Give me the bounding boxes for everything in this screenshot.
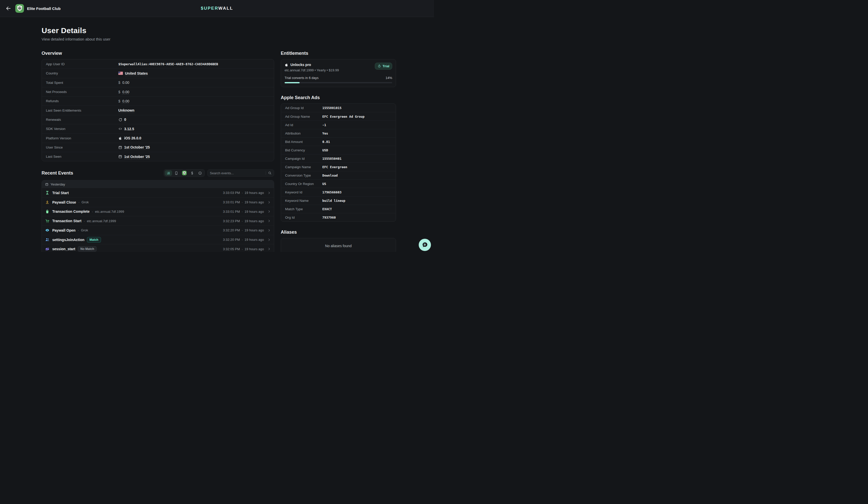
row-value: 1555850401 bbox=[322, 157, 341, 160]
apple-icon bbox=[285, 63, 288, 67]
support-chat-button[interactable] bbox=[419, 239, 431, 251]
row-label: Match Type bbox=[285, 207, 322, 211]
event-badge: No Match bbox=[78, 246, 97, 252]
calendar-icon bbox=[118, 155, 122, 158]
table-row: Ad Id-1 bbox=[281, 120, 396, 129]
table-row: Keyword Id1796566603 bbox=[281, 188, 396, 196]
device-filter-toggle[interactable] bbox=[173, 170, 180, 176]
row-value-text: iOS 26.0.0 bbox=[124, 136, 141, 140]
search-icon[interactable] bbox=[268, 171, 271, 175]
app-title: Elite Football Club bbox=[27, 7, 61, 11]
row-value-text: 1555801015 bbox=[322, 106, 341, 110]
table-row: Country Or RegionUS bbox=[281, 179, 396, 188]
row-label: User Since bbox=[46, 146, 118, 149]
row-value: iOS 26.0.0 bbox=[118, 136, 141, 140]
chevron-right-icon bbox=[267, 247, 271, 251]
row-value: 0.81 bbox=[322, 140, 330, 144]
search-divider bbox=[266, 171, 266, 175]
chevron-right-icon bbox=[267, 238, 271, 242]
table-row: CountryUnited States bbox=[42, 69, 274, 78]
event-time: 3:33:03 PM bbox=[223, 191, 240, 195]
table-row: Campaign Id1555850401 bbox=[281, 154, 396, 162]
event-name: Paywall Close bbox=[52, 200, 76, 204]
events-search-input[interactable] bbox=[210, 171, 264, 175]
event-row[interactable]: settingsJoinActionMatch3:32:20 PM·19 hou… bbox=[42, 235, 274, 244]
trial-badge-label: Trial bbox=[382, 64, 389, 68]
row-label: Keyword Name bbox=[285, 199, 322, 202]
users-icon bbox=[45, 238, 50, 242]
table-row: Keyword Namebuild lineup bbox=[281, 196, 396, 204]
row-value-text: 0.81 bbox=[322, 140, 330, 144]
row-value: $0.00 bbox=[118, 90, 129, 94]
code-icon bbox=[118, 127, 122, 131]
event-subtitle: ·Grok bbox=[78, 200, 89, 204]
chevron-right-icon bbox=[267, 200, 271, 204]
event-row[interactable]: Paywall Close·Grok3:33:01 PM·19 hours ag… bbox=[42, 198, 274, 207]
row-value: Download bbox=[322, 174, 338, 177]
event-ago: 19 hours ago bbox=[245, 247, 264, 251]
app-icon bbox=[15, 4, 24, 13]
row-value-text: $SuperwallAlias:40EC9876-A85E-4AE9-8762-… bbox=[118, 62, 218, 66]
row-value-text[interactable]: Unknown bbox=[118, 108, 134, 112]
page-subtitle: View detailed information about this use… bbox=[42, 37, 396, 41]
row-value-text: Yes bbox=[322, 132, 328, 135]
currency-prefix: $ bbox=[118, 99, 120, 103]
row-value-text: 1796566603 bbox=[322, 190, 341, 194]
row-label: Ad Group Name bbox=[285, 115, 322, 118]
row-label: Platform Version bbox=[46, 136, 118, 140]
event-timestamp: 3:32:20 PM·19 hours ago bbox=[223, 228, 264, 232]
trial-percent: 14% bbox=[385, 76, 392, 80]
revenue-filter-toggle[interactable] bbox=[188, 170, 196, 176]
table-row: App User ID$SuperwallAlias:40EC9876-A85E… bbox=[42, 59, 274, 69]
superwall-logo: $UPERWALL bbox=[201, 6, 233, 11]
row-value-text[interactable]: 0.00 bbox=[122, 99, 129, 103]
table-row: Conversion TypeDownload bbox=[281, 171, 396, 179]
timer-icon bbox=[378, 64, 381, 68]
table-row: User Since1st October '25 bbox=[42, 143, 274, 152]
arrow-down-line-icon bbox=[45, 200, 50, 204]
logo-accent: $UPER bbox=[201, 6, 218, 11]
row-label: SDK Version bbox=[46, 127, 118, 131]
table-row: Last Seen EntitlementsUnknown bbox=[42, 105, 274, 115]
table-row: Total Spent$0.00 bbox=[42, 78, 274, 87]
event-row[interactable]: session_startNo Match3:32:05 PM·19 hours… bbox=[42, 244, 274, 252]
event-row[interactable]: Trial Start3:33:03 PM·19 hours ago bbox=[42, 188, 274, 198]
row-value: 1st October '25 bbox=[118, 155, 150, 159]
events-view-toolbar bbox=[164, 169, 205, 177]
event-time: 3:32:23 PM bbox=[223, 219, 240, 223]
table-row: Refunds$0.00 bbox=[42, 96, 274, 105]
row-label: Renewals bbox=[46, 118, 118, 122]
table-row: AttributionYes bbox=[281, 129, 396, 137]
eye-icon bbox=[45, 228, 50, 232]
row-value: 1555801015 bbox=[322, 106, 341, 110]
row-value-text[interactable]: 0.00 bbox=[122, 90, 129, 94]
event-row[interactable]: Paywall Open·Grok3:32:20 PM·19 hours ago bbox=[42, 225, 274, 235]
event-timestamp: 3:33:01 PM·19 hours ago bbox=[223, 210, 264, 213]
trial-converts-text: Trial converts in 6 days bbox=[285, 76, 319, 80]
back-button[interactable] bbox=[6, 6, 11, 11]
event-name: Paywall Open bbox=[52, 228, 75, 232]
chevron-right-icon bbox=[267, 210, 271, 213]
recent-events-heading: Recent Events bbox=[42, 170, 73, 176]
row-value-text[interactable]: United States bbox=[125, 71, 148, 75]
app-filter-toggle[interactable] bbox=[180, 170, 188, 176]
row-label: Country Or Region bbox=[285, 182, 322, 186]
list-view-toggle[interactable] bbox=[165, 170, 172, 176]
bag-icon bbox=[45, 209, 50, 214]
row-value-text[interactable]: 1st October '25 bbox=[124, 155, 150, 159]
row-value: EXACT bbox=[322, 207, 332, 211]
row-value: 7937960 bbox=[322, 216, 336, 219]
page-title: User Details bbox=[42, 26, 396, 35]
table-row: Match TypeEXACT bbox=[281, 204, 396, 213]
row-value-text: EXACT bbox=[322, 207, 332, 211]
event-row[interactable]: Transaction Complete·etc.annual.7df.1999… bbox=[42, 207, 274, 216]
row-value-text[interactable]: 0 bbox=[124, 117, 126, 122]
apple-icon bbox=[118, 136, 122, 140]
event-time: 3:33:01 PM bbox=[223, 210, 240, 213]
info-filter-toggle[interactable] bbox=[196, 170, 204, 176]
apple-search-ads-heading: Apple Search Ads bbox=[281, 95, 396, 101]
row-value: US bbox=[322, 182, 326, 186]
event-timestamp: 3:32:20 PM·19 hours ago bbox=[223, 238, 264, 242]
event-row[interactable]: Transaction Start·etc.annual.7df.19993:3… bbox=[42, 216, 274, 225]
row-value-text[interactable]: 1st October '25 bbox=[124, 145, 150, 149]
